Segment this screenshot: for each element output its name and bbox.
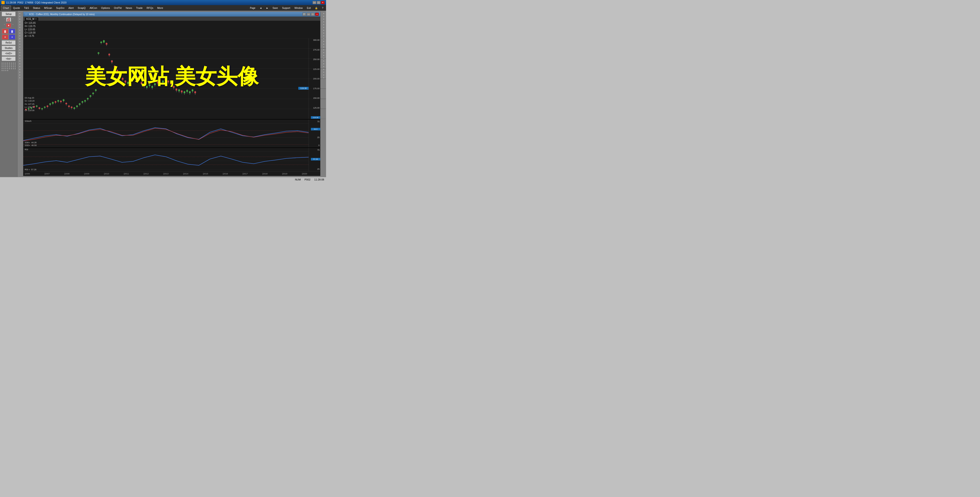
svg-rect-96: [141, 82, 142, 84]
chart-close-btn[interactable]: ✕: [315, 13, 319, 16]
bar-close: C= 119.30: [25, 109, 35, 112]
time-2006: |2006: [25, 172, 30, 175]
menu-options[interactable]: Options: [99, 6, 112, 10]
menu-prev[interactable]: ◄: [258, 6, 264, 10]
svg-rect-54: [84, 100, 86, 102]
chart-minimize-btn[interactable]: —: [307, 13, 310, 16]
red-btn1[interactable]: ■: [6, 23, 11, 27]
stoch-svg: [23, 119, 309, 147]
menu-trade[interactable]: Trade: [134, 6, 145, 10]
stoch-chart: SStoch SSK= 44.28 SSD= 40.50: [23, 119, 309, 147]
intd-btn[interactable]: <IntD>: [2, 51, 16, 56]
chart-tab-kce[interactable]: KCE_M ✕: [24, 17, 39, 21]
menu-more[interactable]: More: [155, 6, 165, 10]
menu-rfqs[interactable]: RFQs: [145, 6, 155, 10]
menu-next[interactable]: ►: [264, 6, 270, 10]
menu-alert[interactable]: Alert: [67, 6, 76, 10]
menu-page[interactable]: Page: [248, 6, 257, 10]
minimize-btn[interactable]: —: [313, 1, 316, 4]
time-labels: |2006 |2007 |2008 |2009 |2010 |2011 |201…: [25, 172, 319, 175]
stoch-values: SSK= 44.28 SSD= 40.50: [25, 141, 37, 147]
rescl-btn[interactable]: ReScl: [2, 40, 16, 45]
icon-row-1: ▓ ▓: [2, 29, 15, 34]
sidebar-blue-icon2[interactable]: ✕: [9, 35, 15, 40]
svg-rect-118: [170, 83, 172, 84]
svg-rect-44: [71, 107, 72, 108]
title-bar-left: 11:28:08 P002 174856 CQG Integrated Clie…: [2, 1, 67, 4]
svg-rect-98: [143, 84, 145, 86]
menu-support[interactable]: Support: [280, 6, 292, 10]
svg-rect-82: [122, 78, 123, 80]
rsi-area: RSI RSI = 57.26: [23, 148, 320, 171]
time-2010: |2010: [104, 172, 109, 175]
menu-exit[interactable]: Exit: [305, 6, 313, 10]
time-2020: |2020: [302, 172, 307, 175]
svg-rect-100: [146, 86, 148, 88]
svg-rect-94: [138, 76, 140, 78]
svg-rect-40: [65, 103, 67, 104]
chart-maximize-btn[interactable]: □: [311, 13, 315, 16]
menu-news[interactable]: News: [124, 6, 134, 10]
sidebar-red-icon2[interactable]: ✕: [2, 35, 8, 40]
time-2011: |2011: [124, 172, 129, 175]
time-2012: |2012: [143, 172, 149, 175]
menu-chart[interactable]: Chart: [1, 6, 11, 10]
setup-btn[interactable]: Setup: [2, 12, 16, 16]
svg-rect-52: [81, 101, 83, 103]
menu-snapq[interactable]: SnapQ: [76, 6, 88, 10]
svg-rect-50: [79, 104, 81, 105]
icon-row-2: ✕ ✕: [2, 35, 15, 40]
menu-quote[interactable]: Quote: [11, 6, 22, 10]
title-controls: — □ ✕: [313, 1, 325, 4]
menu-bar: Chart Quote T&S Status MScan SupSrv Aler…: [0, 5, 326, 11]
maximize-btn[interactable]: □: [317, 1, 320, 4]
menu-ordtkt[interactable]: OrdTkt: [112, 6, 124, 10]
studies-btn[interactable]: Studies: [2, 46, 16, 50]
time-2018: |2018: [262, 172, 267, 175]
menu-lock[interactable]: 🔒: [313, 6, 320, 10]
svg-rect-104: [151, 86, 153, 88]
status-bar: NUM P002 11:28:08: [0, 177, 326, 182]
sidebar-red-icon1[interactable]: ▓: [2, 29, 8, 34]
svg-rect-86: [127, 82, 129, 84]
sidebar-blue-icon1[interactable]: ▓: [9, 29, 15, 34]
menu-mscan[interactable]: MScan: [42, 6, 54, 10]
candlestick-svg: [23, 38, 326, 119]
svg-rect-80: [119, 74, 121, 76]
menu-bar-right: Page ◄ ► Save Support Window Exit 🔒 ?: [248, 6, 325, 10]
close-btn[interactable]: ✕: [321, 1, 325, 4]
svg-rect-18: [36, 105, 38, 107]
svg-rect-134: [192, 89, 193, 91]
rsi-75: 75: [309, 149, 320, 151]
bar-date: 03 Aug 20: [25, 96, 35, 100]
chart-search-btn[interactable]: 🔍: [302, 13, 306, 16]
svg-rect-70: [106, 43, 107, 45]
svg-rect-88: [130, 79, 132, 81]
menu-save[interactable]: Save: [270, 6, 280, 10]
tab-close[interactable]: ✕: [35, 18, 37, 20]
time-axis: |2006 |2007 |2008 |2009 |2010 |2011 |201…: [23, 171, 320, 176]
rsi-25: 25: [309, 168, 320, 170]
svg-rect-68: [103, 40, 105, 42]
menu-ts[interactable]: T&S: [22, 6, 31, 10]
menu-allcon[interactable]: AllCon: [88, 6, 99, 10]
menu-status[interactable]: Status: [31, 6, 42, 10]
menu-supsrv[interactable]: SupSrv: [54, 6, 66, 10]
price-marker: 119.30: [298, 87, 309, 90]
time-2016: |2016: [223, 172, 228, 175]
print-btn[interactable]: 🖨: [6, 18, 11, 22]
menu-help[interactable]: ?: [320, 6, 325, 10]
svg-rect-58: [90, 96, 91, 97]
svg-rect-56: [87, 98, 89, 99]
list-btn[interactable]: <list>: [2, 56, 16, 61]
bar-ohlc-info: 03 Aug 20 O= 118.20 H= 127.25 L= 109.70 …: [25, 96, 35, 112]
svg-rect-90: [132, 76, 134, 78]
svg-rect-122: [176, 89, 177, 91]
svg-rect-20: [39, 107, 40, 109]
time-2007: |2007: [45, 172, 49, 175]
main-chart-area[interactable]: 300.00 275.00 250.00 225.00 200.00 175.0…: [23, 38, 320, 119]
title-page: P002: [18, 1, 24, 4]
svg-rect-34: [57, 100, 59, 102]
title-bar: 11:28:08 P002 174856 CQG Integrated Clie…: [0, 0, 326, 5]
menu-window[interactable]: Window: [293, 6, 305, 10]
